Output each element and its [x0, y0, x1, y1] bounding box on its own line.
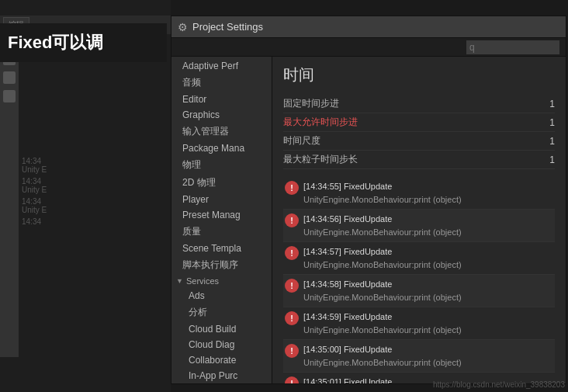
log-text-3: [14:34:58] FixedUpdate UnityEngine.MonoB… — [303, 278, 462, 304]
sidebar-item-5[interactable]: Package Mana — [171, 140, 272, 156]
settings-main: 时间 固定时间步进 1 最大允许时间步进 1 时间尺度 1 最大粒子时间步长 1… — [272, 57, 566, 383]
log-entry-5: ! [14:35:00] FixedUpdate UnityEngine.Mon… — [283, 340, 555, 373]
sidebar-item-9[interactable]: Preset Manag — [171, 207, 272, 223]
log-area: ! [14:34:55] FixedUpdate UnityEngine.Mon… — [283, 177, 555, 383]
log-text-5: [14:35:00] FixedUpdate UnityEngine.MonoB… — [303, 343, 462, 369]
settings-label-3: 最大粒子时间步长 — [283, 153, 532, 166]
annotation-text: Fixed可以调 — [0, 23, 167, 62]
log-line2-3: UnityEngine.MonoBehaviour:print (object) — [303, 291, 462, 304]
sidebar-item-16[interactable]: Cloud Build — [171, 321, 272, 337]
log-text-6: [14:35:01] FixedUpdate — [303, 376, 392, 383]
log-line1-1: [14:34:56] FixedUpdate — [303, 213, 462, 226]
sidebar-item-10[interactable]: 质量 — [171, 223, 272, 241]
log-entry-0: ! [14:34:55] FixedUpdate UnityEngine.Mon… — [283, 177, 555, 210]
log-warning-icon-6: ! — [285, 376, 299, 383]
settings-label-2: 时间尺度 — [283, 134, 532, 147]
log-warning-icon-5: ! — [285, 344, 299, 358]
left-icon-3 — [3, 90, 16, 102]
search-input[interactable] — [466, 40, 559, 54]
settings-row-3: 最大粒子时间步长 1 — [283, 151, 555, 169]
log-entry-4: ! [14:34:59] FixedUpdate UnityEngine.Mon… — [283, 307, 555, 340]
search-bar — [171, 38, 566, 57]
log-text-0: [14:34:55] FixedUpdate UnityEngine.MonoB… — [303, 180, 462, 206]
sidebar-item-11[interactable]: Scene Templa — [171, 241, 272, 256]
sidebar-item-1[interactable]: 音频 — [171, 74, 272, 92]
log-line2-0: UnityEngine.MonoBehaviour:print (object) — [303, 193, 462, 206]
watermark: https://blog.csdn.net/weixin_39838203 — [433, 380, 565, 389]
settings-rows: 固定时间步进 1 最大允许时间步进 1 时间尺度 1 最大粒子时间步长 1 — [283, 95, 555, 169]
sidebar-item-2[interactable]: Editor — [171, 92, 272, 107]
log-warning-icon-3: ! — [285, 279, 299, 293]
log-line1-6: [14:35:01] FixedUpdate — [303, 376, 392, 383]
project-settings-panel: ⚙ Project Settings Adaptive Perf音频Editor… — [171, 16, 566, 384]
panel-titlebar: ⚙ Project Settings — [171, 16, 566, 38]
left-icon-2 — [3, 71, 16, 84]
sidebar-item-12[interactable]: 脚本执行顺序 — [171, 256, 272, 274]
log-line2-2: UnityEngine.MonoBehaviour:print (object) — [303, 258, 462, 272]
settings-value-3: 1 — [532, 154, 555, 165]
log-entry-3: ! [14:34:58] FixedUpdate UnityEngine.Mon… — [283, 275, 555, 307]
settings-row-1: 最大允许时间步进 1 — [283, 113, 555, 132]
sidebar-item-3[interactable]: Graphics — [171, 107, 272, 123]
arrow-icon: ▼ — [176, 277, 183, 285]
settings-section-title: 时间 — [283, 64, 555, 85]
settings-sidebar: Adaptive Perf音频EditorGraphics输入管理器Packag… — [171, 57, 272, 383]
log-warning-icon-4: ! — [285, 311, 299, 325]
log-line2-1: UnityEngine.MonoBehaviour:print (object) — [303, 226, 462, 239]
sidebar-item-8[interactable]: Player — [171, 192, 272, 207]
log-text-2: [14:34:57] FixedUpdate UnityEngine.MonoB… — [303, 245, 462, 271]
sidebar-item-7[interactable]: 2D 物理 — [171, 174, 272, 192]
log-warning-icon-2: ! — [285, 246, 299, 260]
log-line2-4: UnityEngine.MonoBehaviour:print (object) — [303, 324, 462, 337]
sidebar-item-6[interactable]: 物理 — [171, 156, 272, 174]
log-line1-5: [14:35:00] FixedUpdate — [303, 343, 462, 356]
settings-row-2: 时间尺度 1 — [283, 132, 555, 151]
panel-content: Adaptive Perf音频EditorGraphics输入管理器Packag… — [171, 57, 566, 383]
log-text-4: [14:34:59] FixedUpdate UnityEngine.MonoB… — [303, 310, 462, 336]
log-entry-1: ! [14:34:56] FixedUpdate UnityEngine.Mon… — [283, 210, 555, 242]
sidebar-item-0[interactable]: Adaptive Perf — [171, 58, 272, 74]
log-text-1: [14:34:56] FixedUpdate UnityEngine.MonoB… — [303, 213, 462, 238]
log-line1-3: [14:34:58] FixedUpdate — [303, 278, 462, 291]
log-line1-4: [14:34:59] FixedUpdate — [303, 310, 462, 324]
log-warning-icon-0: ! — [285, 181, 299, 195]
sidebar-item-15[interactable]: 分析 — [171, 304, 272, 321]
log-entry-2: ! [14:34:57] FixedUpdate UnityEngine.Mon… — [283, 242, 555, 275]
settings-value-1: 1 — [532, 117, 555, 128]
sidebar-item-13[interactable]: ▼Services — [171, 274, 272, 288]
bg-label-3: N — [3, 70, 168, 82]
log-warning-icon-1: ! — [285, 213, 299, 227]
panel-title: Project Settings — [192, 21, 263, 33]
settings-value-2: 1 — [532, 136, 555, 147]
settings-row-0: 固定时间步进 1 — [283, 95, 555, 113]
gear-icon: ⚙ — [178, 21, 188, 33]
settings-value-0: 1 — [532, 99, 555, 109]
sidebar-item-4[interactable]: 输入管理器 — [171, 123, 272, 140]
log-line2-5: UnityEngine.MonoBehaviour:print (object) — [303, 356, 462, 369]
sidebar-item-14[interactable]: Ads — [171, 288, 272, 304]
sidebar-item-18[interactable]: Collaborate — [171, 352, 272, 368]
settings-label-0: 固定时间步进 — [283, 97, 532, 110]
log-line1-2: [14:34:57] FixedUpdate — [303, 245, 462, 258]
log-line1-0: [14:34:55] FixedUpdate — [303, 180, 462, 193]
sidebar-item-19[interactable]: In-App Purc — [171, 368, 272, 383]
sidebar-item-17[interactable]: Cloud Diag — [171, 337, 272, 352]
settings-label-1: 最大允许时间步进 — [283, 116, 532, 129]
